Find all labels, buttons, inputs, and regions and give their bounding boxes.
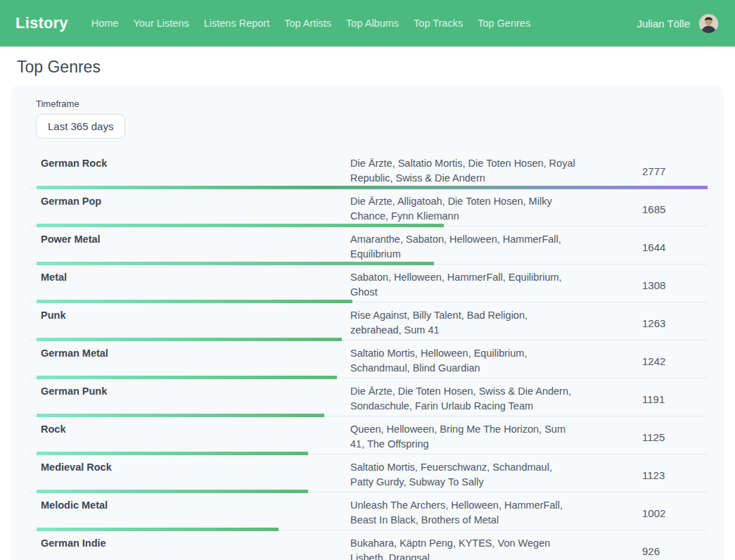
genre-name: German Rock (41, 156, 350, 171)
genre-row: Medieval Rock Saltatio Mortis, Feuerschw… (20, 455, 715, 493)
top-navbar: Listory Home Your Listens Listens Report… (0, 0, 735, 46)
user-menu[interactable]: Julian Tölle (637, 14, 718, 33)
nav-item-home[interactable]: Home (91, 18, 119, 29)
genre-row: Rock Queen, Helloween, Bring Me The Hori… (20, 417, 715, 455)
genre-row: German Punk Die Ärzte, Die Toten Hosen, … (20, 379, 715, 417)
top-genres-card: Timeframe Last 365 days German Rock Die … (11, 85, 724, 560)
genre-name: Medieval Rock (41, 460, 350, 475)
genre-artists: Bukahara, Käptn Peng, KYTES, Von Wegen L… (350, 536, 577, 560)
avatar-photo-placeholder (699, 14, 718, 33)
nav-item-top-tracks[interactable]: Top Tracks (414, 18, 463, 29)
genre-artists: Saltatio Mortis, Helloween, Equilibrium,… (350, 346, 577, 376)
genre-count: 926 (642, 545, 707, 557)
brand-logo[interactable]: Listory (15, 14, 68, 32)
nav-item-top-albums[interactable]: Top Albums (346, 18, 399, 29)
page-title: Top Genres (17, 58, 735, 77)
genre-row: German Pop Die Ärzte, Alligatoah, Die To… (20, 189, 715, 227)
user-avatar[interactable] (699, 14, 718, 33)
main-navigation: Home Your Listens Listens Report Top Art… (91, 18, 530, 29)
genre-artists: Saltatio Mortis, Feuerschwanz, Schandmau… (350, 460, 577, 490)
genre-name: German Punk (41, 384, 350, 399)
genre-artists: Unleash The Archers, Helloween, HammerFa… (350, 498, 577, 528)
genre-count: 1123 (642, 469, 707, 481)
genre-name: German Metal (41, 346, 350, 361)
genre-artists: Amaranthe, Sabaton, Helloween, HammerFal… (350, 232, 577, 262)
nav-item-top-artists[interactable]: Top Artists (284, 18, 331, 29)
genre-count: 1191 (642, 393, 707, 405)
genre-count: 1644 (642, 241, 707, 253)
genre-count: 1125 (642, 431, 707, 443)
timeframe-select[interactable]: Last 365 days (36, 114, 125, 139)
genre-count: 1242 (642, 355, 707, 367)
genre-name: Rock (41, 422, 350, 437)
genre-list: German Rock Die Ärzte, Saltatio Mortis, … (20, 151, 715, 560)
nav-item-your-listens[interactable]: Your Listens (133, 18, 188, 29)
user-name[interactable]: Julian Tölle (637, 18, 690, 30)
genre-row: Punk Rise Against, Billy Talent, Bad Rel… (20, 303, 715, 341)
genre-count: 1263 (642, 317, 707, 329)
genre-name: Metal (41, 270, 350, 285)
genre-artists: Sabaton, Helloween, HammerFall, Equilibr… (350, 270, 577, 300)
genre-artists: Die Ärzte, Die Toten Hosen, Swiss & Die … (350, 384, 577, 414)
timeframe-filter: Timeframe Last 365 days (36, 98, 715, 139)
genre-row: Melodic Metal Unleash The Archers, Hello… (20, 493, 715, 531)
timeframe-label: Timeframe (36, 98, 715, 109)
genre-row: German Indie Bukahara, Käptn Peng, KYTES… (20, 531, 715, 560)
genre-row: Power Metal Amaranthe, Sabaton, Hellowee… (20, 227, 715, 265)
nav-item-top-genres[interactable]: Top Genres (478, 18, 530, 29)
genre-artists: Die Ärzte, Saltatio Mortis, Die Toten Ho… (350, 156, 577, 186)
genre-count: 1308 (642, 279, 707, 291)
genre-row: German Metal Saltatio Mortis, Helloween,… (20, 341, 715, 379)
genre-name: German Pop (41, 194, 350, 209)
genre-count: 2777 (642, 165, 707, 177)
genre-name: German Indie (41, 536, 350, 551)
genre-count: 1685 (642, 203, 707, 215)
genre-row: Metal Sabaton, Helloween, HammerFall, Eq… (20, 265, 715, 303)
genre-name: Melodic Metal (41, 498, 350, 513)
genre-name: Power Metal (41, 232, 350, 247)
genre-row: German Rock Die Ärzte, Saltatio Mortis, … (20, 151, 715, 189)
genre-artists: Queen, Helloween, Bring Me The Horizon, … (350, 422, 577, 452)
nav-item-listens-report[interactable]: Listens Report (204, 18, 270, 29)
genre-name: Punk (41, 308, 350, 323)
genre-artists: Rise Against, Billy Talent, Bad Religion… (350, 308, 577, 338)
genre-count: 1002 (642, 507, 707, 519)
genre-artists: Die Ärzte, Alligatoah, Die Toten Hosen, … (350, 194, 577, 224)
